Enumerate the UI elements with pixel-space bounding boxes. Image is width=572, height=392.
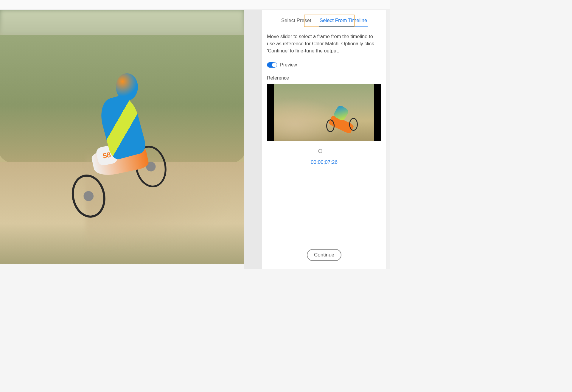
tab-select-from-timeline[interactable]: Select From Timeline: [319, 16, 368, 27]
wheel-icon: [349, 118, 358, 131]
scene-rider: [326, 104, 356, 132]
letterbox-bar: [374, 84, 381, 141]
timecode-display: 00;00;07;26: [267, 159, 381, 165]
main-container: 58 Select Preset Select From Timeline Mo…: [0, 10, 390, 269]
reference-label: Reference: [267, 75, 381, 81]
scene-background: [0, 10, 244, 35]
button-row: Continue: [267, 249, 381, 269]
wheel-icon: [68, 172, 109, 221]
color-match-panel: Select Preset Select From Timeline Move …: [262, 10, 386, 269]
tab-select-preset[interactable]: Select Preset: [281, 16, 312, 27]
scene-rider: 58: [61, 73, 183, 226]
slider-handle[interactable]: [318, 149, 322, 153]
timeline-slider[interactable]: [276, 148, 372, 154]
wheel-icon: [326, 119, 335, 132]
reference-thumbnail: [267, 84, 381, 141]
rider-helmet: [116, 73, 138, 101]
preview-image: 58: [0, 10, 244, 264]
slider-track: [276, 151, 372, 151]
top-toolbar: [0, 0, 390, 10]
scrollbar[interactable]: [386, 10, 390, 269]
continue-button[interactable]: Continue: [307, 249, 341, 261]
thumbnail-image: [274, 84, 374, 141]
instruction-text: Move slider to select a frame from the t…: [267, 33, 381, 55]
gutter: [244, 10, 262, 269]
panel-body: Move slider to select a frame from the t…: [262, 28, 386, 269]
preview-toggle[interactable]: [267, 62, 277, 68]
main-preview-area: 58: [0, 10, 244, 264]
tabs: Select Preset Select From Timeline: [262, 10, 386, 27]
preview-toggle-row: Preview: [267, 62, 381, 68]
preview-toggle-label: Preview: [280, 62, 297, 68]
letterbox-bar: [267, 84, 274, 141]
toggle-knob-icon: [272, 63, 277, 67]
tabs-container: Select Preset Select From Timeline: [262, 10, 386, 28]
